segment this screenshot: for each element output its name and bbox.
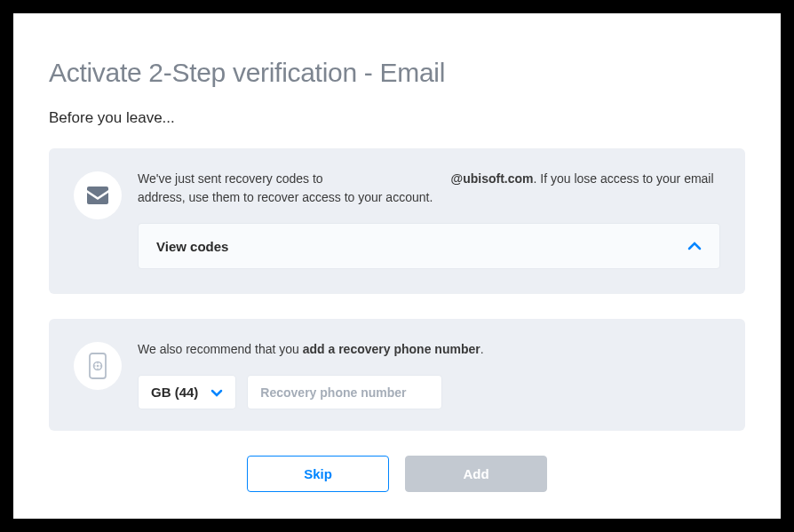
mail-icon-circle <box>74 171 122 219</box>
chevron-down-icon <box>210 385 223 400</box>
svg-point-2 <box>97 365 99 368</box>
phone-text-bold: add a recovery phone number <box>303 342 480 356</box>
phone-text: We also recommend that you add a recover… <box>138 340 720 359</box>
skip-button[interactable]: Skip <box>247 456 389 492</box>
phone-input-row: GB (44) <box>138 375 720 409</box>
mail-icon <box>87 187 108 204</box>
country-code-select[interactable]: GB (44) <box>138 375 236 409</box>
phone-panel: We also recommend that you add a recover… <box>49 319 745 431</box>
recovery-phone-input[interactable] <box>247 375 442 409</box>
phone-text-part1: We also recommend that you <box>138 342 303 356</box>
recovery-text: We've just sent recovery codes to @ubiso… <box>138 170 720 207</box>
phone-content: We also recommend that you add a recover… <box>138 340 720 409</box>
view-codes-accordion[interactable]: View codes <box>138 223 720 269</box>
action-buttons: Skip Add <box>49 456 745 492</box>
add-button[interactable]: Add <box>405 456 547 492</box>
recovery-text-part1: We've just sent recovery codes to <box>138 171 327 186</box>
recovery-codes-panel: We've just sent recovery codes to @ubiso… <box>49 148 745 294</box>
chevron-up-icon <box>687 238 702 254</box>
phone-icon-circle <box>74 342 122 390</box>
recovery-email-domain: @ubisoft.com <box>451 171 534 186</box>
country-code-label: GB (44) <box>151 385 198 400</box>
recovery-content: We've just sent recovery codes to @ubiso… <box>138 170 720 269</box>
verification-modal: Activate 2-Step verification - Email Bef… <box>13 13 781 519</box>
phone-text-part2: . <box>480 342 484 356</box>
view-codes-label: View codes <box>156 239 228 254</box>
mobile-icon <box>89 353 107 379</box>
page-title: Activate 2-Step verification - Email <box>49 58 745 88</box>
page-subtitle: Before you leave... <box>49 109 745 127</box>
